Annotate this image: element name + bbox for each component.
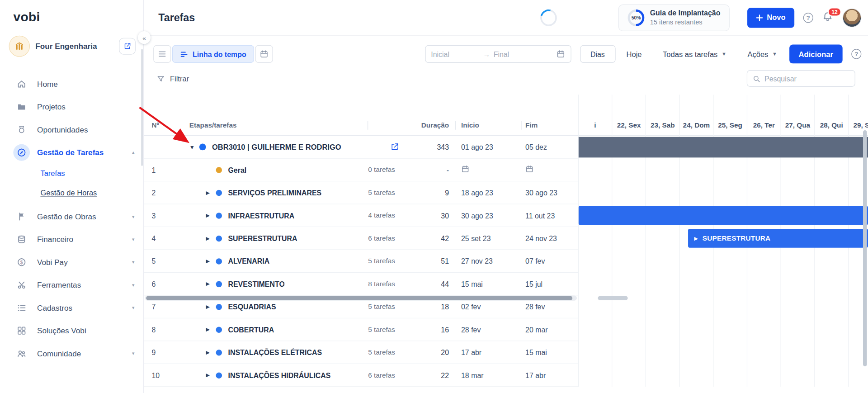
list-view-button[interactable] [153,45,171,63]
sidebar-subitem-tarefas[interactable]: Tarefas [0,164,143,183]
dollar-circle-icon: $ [13,254,30,270]
start-date-input[interactable] [431,50,480,58]
project-name: OBR3010 | GUILHERME E RODRIGO [212,143,341,151]
expand-caret-icon[interactable]: ▶ [206,258,216,264]
open-workspace-button[interactable] [119,38,136,55]
table-row[interactable]: 3 ▶ INFRAESTRUTURA 4 tarefas 30 30 ago 2… [144,204,578,227]
calendar-view-button[interactable] [255,45,273,63]
gantt-bar-project[interactable] [579,137,868,158]
works-flag-icon [13,208,30,225]
calendar-icon [259,50,269,59]
table-row[interactable]: 2 ▶ SERVIÇOS PRELIMINARES 5 tarefas 9 18… [144,181,578,204]
set-start-date-icon[interactable] [461,165,469,173]
expand-caret-icon[interactable]: ▶ [206,190,216,195]
search-input[interactable] [764,74,850,82]
gantt-date-label: 24, Dom [680,115,713,136]
notifications-button[interactable]: 12 [822,11,833,24]
help-icon[interactable]: ? [803,13,813,23]
grid-icon [13,322,30,339]
expand-caret-icon[interactable]: ▶ [206,236,216,241]
sidebar-item-cadastros[interactable]: Cadastros ▾ [0,296,143,319]
col-header-stages: Etapas/tarefas [175,115,368,136]
sidebar-nav: Home Projetos Oportunidades Gestão de Ta… [0,66,143,365]
list-view-icon [158,50,167,59]
plus-icon [756,14,763,21]
table-row-geral[interactable]: 1 Geral 0 tarefas - [144,159,578,181]
filtrar-button[interactable]: Filtrar [157,74,189,82]
chevron-down-icon: ▾ [132,213,135,219]
sidebar-item-gestao-de-tarefas[interactable]: Gestão de Tarefas ▴ [0,141,143,163]
user-avatar[interactable] [843,8,862,27]
gantt-date-label: 28, Qui [815,115,848,136]
onboarding-guide[interactable]: 50% Guia de Implantação 15 itens restant… [618,4,730,31]
new-button[interactable]: Novo [747,8,794,28]
gantt-date-label: 25, Seg [713,115,746,136]
expand-caret-icon[interactable]: ▶ [206,327,216,332]
collapse-sidebar-button[interactable]: « [138,31,151,44]
sidebar-item-comunidade[interactable]: Comunidade ▾ [0,342,143,365]
loading-spinner [537,6,560,29]
date-range-picker[interactable]: → [425,45,571,63]
sidebar-item-financeiro[interactable]: Financeiro ▾ [0,227,143,250]
set-end-date-icon[interactable] [525,165,533,173]
acoes-dropdown[interactable]: Ações ▼ [747,50,777,58]
stage-dot [216,327,222,333]
project-row[interactable]: ▼ OBR3010 | GUILHERME E RODRIGO 343 01 a… [144,136,578,158]
open-project-icon[interactable] [390,142,399,152]
expand-caret-icon[interactable]: ▶ [206,281,216,287]
gantt-bar-superestrutura[interactable]: ▶SUPERESTRUTURA [688,229,868,248]
table-horizontal-scrollbar[interactable] [145,296,577,301]
sidebar-item-projetos[interactable]: Projetos [0,95,143,118]
stage-dot [216,189,222,196]
tasks-panel: Nº Etapas/tarefas Duração Início Fim ▼ O… [144,95,868,387]
scrollbar-thumb[interactable] [146,296,572,300]
sidebar-scrollbar[interactable] [141,49,143,166]
chevron-down-icon: ▼ [722,51,726,57]
expand-caret-icon[interactable]: ▶ [206,213,216,218]
help-icon[interactable]: ? [851,49,861,59]
chevron-down-icon: ▾ [132,259,135,265]
sidebar-item-vobi-pay[interactable]: $ Vobi Pay ▾ [0,251,143,273]
chevron-down-icon: ▾ [132,305,135,310]
expand-caret-icon[interactable]: ▶ [206,372,216,378]
hoje-button[interactable]: Hoje [627,50,642,58]
stage-dot-yellow [216,167,222,173]
stage-dot [216,258,222,265]
expand-caret-icon[interactable]: ▶ [206,304,216,309]
task-filter-dropdown[interactable]: Todas as tarefas ▼ [663,50,726,58]
workspace-switcher[interactable]: Four Engenharia [0,30,143,66]
table-row[interactable]: 6 ▶ REVESTIMENTO 8 tarefas 44 15 mai 15 … [144,273,578,295]
sidebar-item-gestao-de-obras[interactable]: Gestão de Obras ▾ [0,205,143,227]
col-header-duracao: Duração [421,115,456,136]
arrow-right-icon: → [483,50,490,58]
gantt-horizontal-scrollbar[interactable] [598,296,627,300]
gantt-vertical-scrollbar[interactable] [863,130,867,366]
dias-button[interactable]: Dias [580,45,615,63]
sidebar-item-home[interactable]: Home [0,72,143,95]
calendar-icon[interactable] [556,50,565,59]
gantt-bar-label: SUPERESTRUTURA [703,234,771,242]
sidebar-item-oportunidades[interactable]: Oportunidades [0,118,143,141]
collapse-caret-icon[interactable]: ▼ [189,144,199,150]
tasks-submenu: Tarefas Gestão de Horas [0,164,143,205]
expand-caret-icon[interactable]: ▶ [206,350,216,355]
toolbar: Linha do tempo → Dias Hoje Todas as tare… [144,36,868,64]
table-row[interactable]: 9 ▶ INSTALAÇÕES ELÉTRICAS 5 tarefas 20 1… [144,341,578,364]
search-icon [752,74,760,82]
sidebar-item-solucoes-vobi[interactable]: Soluções Vobi [0,319,143,341]
end-date-input[interactable] [494,50,542,58]
adicionar-button[interactable]: Adicionar [789,44,843,63]
table-row[interactable]: 10 ▶ INSTALAÇÕES HIDRÁULICAS 6 tarefas 2… [144,364,578,387]
table-row[interactable]: 8 ▶ COBERTURA 5 tarefas 16 28 fev 20 mar [144,318,578,341]
table-row[interactable]: 5 ▶ ALVENARIA 5 tarefas 51 27 nov 23 07 … [144,250,578,273]
sidebar-item-ferramentas[interactable]: Ferramentas ▾ [0,273,143,296]
tasks-compass-icon [13,144,30,161]
table-row[interactable]: 4 ▶ SUPERESTRUTURA 6 tarefas 42 25 set 2… [144,227,578,250]
gantt-bar-infraestrutura[interactable] [579,206,868,225]
sidebar-subitem-gestao-de-horas[interactable]: Gestão de Horas [0,183,143,203]
search-box[interactable] [747,70,855,87]
main-area: Tarefas 50% Guia de Implantação 15 itens… [144,0,868,393]
progress-ring: 50% [628,9,645,26]
timeline-view-button[interactable]: Linha do tempo [172,45,254,63]
chevron-down-icon: ▾ [132,237,135,242]
